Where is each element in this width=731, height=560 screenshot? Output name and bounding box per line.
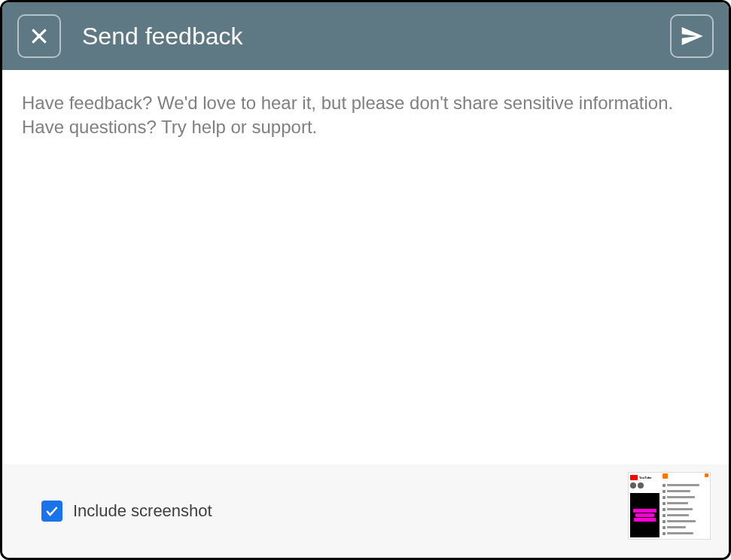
include-screenshot-checkbox[interactable] <box>41 501 62 522</box>
close-button[interactable] <box>17 14 61 58</box>
dialog-header: Send feedback <box>2 2 729 70</box>
close-icon <box>29 26 49 46</box>
dialog-footer: Include screenshot YouTube <box>2 464 729 558</box>
feedback-textarea[interactable] <box>22 91 709 457</box>
dialog-content: Include screenshot YouTube <box>2 70 729 558</box>
feedback-textarea-wrap <box>2 70 729 464</box>
include-screenshot-label: Include screenshot <box>73 501 212 521</box>
check-icon <box>44 504 59 519</box>
send-button[interactable] <box>670 14 714 58</box>
send-icon <box>680 24 704 48</box>
dialog-title: Send feedback <box>82 23 649 50</box>
include-screenshot-row[interactable]: Include screenshot <box>41 501 212 522</box>
screenshot-thumbnail[interactable]: YouTube <box>628 472 711 540</box>
